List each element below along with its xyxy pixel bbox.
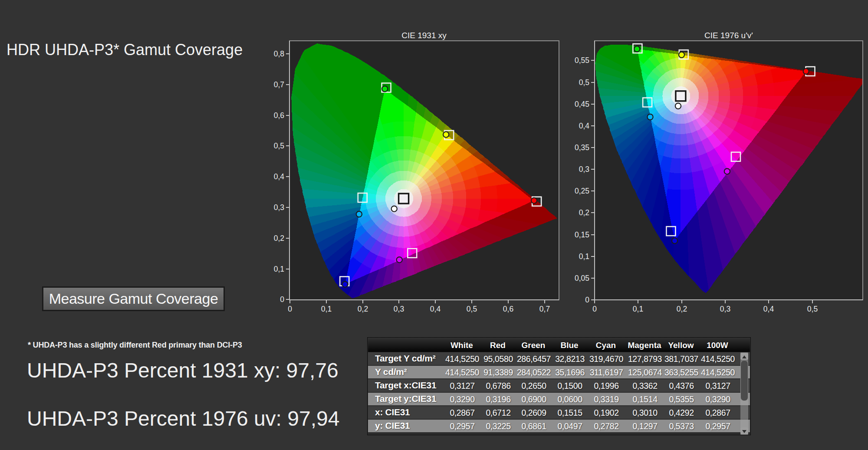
svg-text:0,4: 0,4	[430, 305, 441, 313]
svg-text:0,2: 0,2	[579, 208, 589, 217]
svg-text:0,8: 0,8	[274, 49, 284, 58]
svg-text:0,3: 0,3	[720, 305, 730, 313]
svg-text:0,6: 0,6	[503, 305, 513, 313]
svg-text:CIE 1931 xy: CIE 1931 xy	[401, 31, 447, 40]
svg-text:0,55: 0,55	[575, 56, 589, 65]
svg-text:0,3: 0,3	[274, 203, 284, 212]
svg-text:0,7: 0,7	[274, 80, 284, 89]
svg-text:0,5: 0,5	[807, 305, 818, 313]
svg-text:0,15: 0,15	[575, 230, 589, 239]
svg-text:0,6: 0,6	[274, 111, 284, 120]
svg-text:0,4: 0,4	[763, 305, 774, 313]
svg-text:0,4: 0,4	[274, 172, 285, 181]
svg-text:CIE 1976 u'v': CIE 1976 u'v'	[704, 31, 753, 40]
svg-text:0: 0	[592, 305, 597, 313]
svg-text:0,5: 0,5	[274, 141, 284, 150]
svg-text:0,5: 0,5	[467, 305, 477, 313]
svg-text:0,35: 0,35	[575, 143, 589, 152]
svg-text:0,3: 0,3	[394, 305, 404, 313]
svg-text:0: 0	[585, 296, 589, 304]
svg-text:0,5: 0,5	[579, 78, 589, 87]
svg-text:0: 0	[288, 305, 292, 313]
svg-text:0,45: 0,45	[575, 100, 589, 108]
svg-text:0,7: 0,7	[539, 305, 550, 313]
svg-text:0,1: 0,1	[579, 252, 589, 261]
svg-text:0,2: 0,2	[677, 305, 687, 313]
svg-text:0,25: 0,25	[575, 187, 589, 195]
svg-text:0: 0	[280, 295, 284, 304]
svg-text:0,2: 0,2	[358, 305, 368, 313]
svg-text:0,4: 0,4	[579, 122, 590, 130]
svg-text:0,1: 0,1	[633, 305, 643, 313]
svg-text:0,3: 0,3	[579, 165, 589, 174]
svg-text:0,05: 0,05	[575, 274, 589, 282]
svg-text:0,1: 0,1	[274, 265, 284, 273]
svg-text:0,1: 0,1	[321, 305, 332, 313]
svg-text:0,2: 0,2	[274, 234, 284, 243]
